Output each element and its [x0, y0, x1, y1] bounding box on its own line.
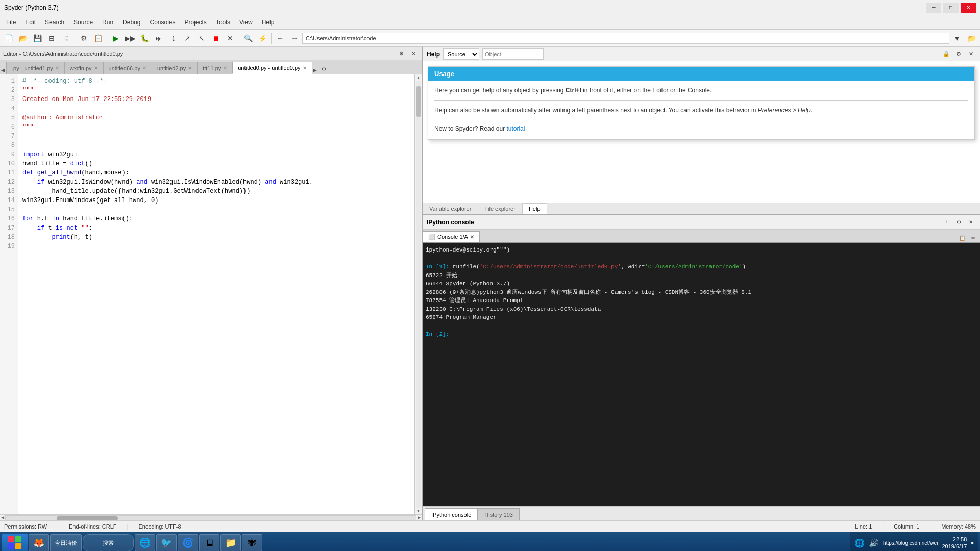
menu-file[interactable]: File — [2, 18, 20, 27]
tab-close-ttt11[interactable]: ✕ — [223, 65, 227, 71]
code-area[interactable]: 1 2 3 4 5 6 7 8 9 10 11 12 13 14 15 16 1… — [0, 74, 422, 514]
vscroll-thumb[interactable] — [416, 86, 421, 117]
menu-edit[interactable]: Edit — [21, 18, 40, 27]
taskbar-folder[interactable]: 📁 — [220, 534, 241, 551]
taskbar-spider[interactable]: 🕷 — [242, 534, 262, 551]
taskbar-bird[interactable]: 🐦 — [156, 534, 177, 551]
taskbar-green[interactable]: 🌀 — [178, 534, 198, 551]
hscroll-thumb[interactable] — [57, 516, 118, 520]
close-button[interactable]: ✕ — [961, 3, 976, 13]
systray-network[interactable]: 🌐 — [854, 538, 865, 548]
tab-close-untitled0[interactable]: ✕ — [303, 65, 307, 71]
menu-consoles[interactable]: Consoles — [145, 18, 179, 27]
minimize-button[interactable]: ─ — [926, 3, 941, 13]
code-content[interactable]: # -*- coding: utf-8 -*- """ Created on M… — [18, 74, 414, 514]
tab-settings-button[interactable]: ⚙ — [319, 64, 329, 74]
taskbar-ie[interactable]: 🌐 — [135, 534, 155, 551]
path-expand-button[interactable]: ▼ — [950, 32, 964, 45]
tab-close-untitled66[interactable]: ✕ — [142, 65, 146, 71]
bottom-tab-ipython[interactable]: IPython console — [425, 508, 478, 520]
hscroll-track[interactable] — [5, 515, 416, 520]
editor-hscroll[interactable]: ◀ ▶ — [0, 514, 422, 520]
save-button[interactable]: 💾 — [31, 32, 44, 45]
bottom-tab-history[interactable]: History 103 — [478, 508, 520, 520]
vscroll-down[interactable]: ▼ — [415, 508, 422, 514]
console-tab-1[interactable]: ⬜ Console 1/A ✕ — [423, 231, 480, 242]
menu-help[interactable]: Help — [258, 18, 279, 27]
new-file-button[interactable]: 📄 — [2, 32, 15, 45]
code-line-8 — [22, 141, 410, 150]
taskbar-price[interactable]: 今日油价 — [50, 534, 82, 551]
tab-untitled1[interactable]: .py - untitled1.py ✕ — [6, 62, 64, 74]
object-input[interactable] — [482, 48, 544, 60]
menu-run[interactable]: Run — [98, 18, 117, 27]
stop-button[interactable]: ⏹ — [209, 32, 223, 45]
menu-tools[interactable]: Tools — [212, 18, 234, 27]
step-into-button[interactable]: ⤵ — [166, 32, 180, 45]
systray-show-desktop[interactable]: ▪ — [971, 538, 974, 547]
console-tab-close[interactable]: ✕ — [470, 234, 474, 240]
editor-vscroll[interactable]: ▲ ▼ — [414, 74, 422, 514]
hscroll-right[interactable]: ▶ — [416, 514, 422, 521]
vscroll-track[interactable] — [416, 81, 421, 508]
help-options-button[interactable]: ⚙ — [953, 49, 964, 59]
tab-close-untitled2[interactable]: ✕ — [188, 65, 192, 71]
menu-view[interactable]: View — [235, 18, 257, 27]
tab-wxwin[interactable]: wx#in.py ✕ — [64, 62, 103, 74]
tab-untitled0[interactable]: untitled0.py - untitled0.py ✕ — [232, 62, 311, 74]
maximize-button[interactable]: □ — [943, 3, 959, 13]
hscroll-left[interactable]: ◀ — [0, 514, 5, 521]
save-all-button[interactable]: ⊟ — [45, 32, 58, 45]
tab-variable-explorer[interactable]: Variable explorer — [423, 203, 478, 214]
tutorial-link[interactable]: tutorial — [506, 125, 525, 132]
tab-file-explorer[interactable]: File explorer — [478, 203, 522, 214]
menu-search[interactable]: Search — [41, 18, 68, 27]
zoom-button[interactable]: ⚡ — [256, 32, 269, 45]
forward-button[interactable]: → — [288, 32, 301, 45]
menu-projects[interactable]: Projects — [181, 18, 211, 27]
run-button[interactable]: ▶ — [109, 32, 122, 45]
back-button[interactable]: ← — [274, 32, 287, 45]
find-button[interactable]: 🔍 — [241, 32, 255, 45]
console-new-button[interactable]: + — [941, 217, 951, 228]
tab-ttt11[interactable]: ttt11.py ✕ — [197, 62, 232, 74]
tab-scroll-left[interactable]: ◀ — [0, 66, 6, 74]
path-browse-button[interactable]: 📁 — [965, 32, 978, 45]
source-dropdown[interactable]: Source Console — [443, 48, 479, 60]
console-copy-button[interactable]: 📋 — [958, 233, 967, 242]
console-edit-button[interactable]: ✏ — [969, 233, 978, 242]
step-over-button[interactable]: ↗ — [181, 32, 194, 45]
taskbar-terminal[interactable]: 🖥 — [199, 534, 219, 551]
taskbar-firefox[interactable]: 🦊 — [29, 534, 49, 551]
tab-untitled2[interactable]: untitled2.py ✕ — [152, 62, 197, 74]
tab-help[interactable]: Help — [522, 203, 547, 214]
step-button[interactable]: ⏭ — [152, 32, 165, 45]
tab-untitled66[interactable]: untitled66.py ✕ — [103, 62, 152, 74]
system-clock[interactable]: 22:58 2019/6/17 — [942, 536, 967, 550]
tab-close-wxwin[interactable]: ✕ — [94, 65, 98, 71]
editor-close-button[interactable]: ✕ — [408, 48, 419, 59]
help-close-button[interactable]: ✕ — [966, 49, 976, 59]
menu-source[interactable]: Source — [69, 18, 97, 27]
preferences-button[interactable]: ⚙ — [77, 32, 90, 45]
console-output[interactable]: ipython-dev@scipy.org""") In [1]: runfil… — [423, 243, 980, 506]
cmdhistory-button[interactable]: 📋 — [91, 32, 105, 45]
open-file-button[interactable]: 📂 — [16, 32, 30, 45]
menu-debug[interactable]: Debug — [118, 18, 144, 27]
vscroll-up[interactable]: ▲ — [415, 74, 422, 81]
editor-menu-button[interactable]: ⚙ — [396, 48, 406, 59]
tab-scroll-right[interactable]: ▶ — [312, 66, 318, 74]
step-return-button[interactable]: ↖ — [195, 32, 208, 45]
start-button[interactable] — [2, 534, 28, 551]
print-button[interactable]: 🖨 — [59, 32, 72, 45]
systray-volume[interactable]: 🔊 — [869, 538, 879, 548]
debug-button[interactable]: 🐛 — [138, 32, 151, 45]
tab-close-untitled1[interactable]: ✕ — [55, 65, 59, 71]
console-close-button[interactable]: ✕ — [966, 217, 976, 228]
console-options-button[interactable]: ⚙ — [953, 217, 964, 228]
taskbar-search[interactable]: 搜索 — [83, 534, 134, 551]
stop-debug-button[interactable]: ✕ — [224, 32, 237, 45]
path-input[interactable] — [302, 33, 949, 44]
run-file-button[interactable]: ▶▶ — [124, 32, 137, 45]
help-lock-button[interactable]: 🔒 — [941, 49, 951, 59]
